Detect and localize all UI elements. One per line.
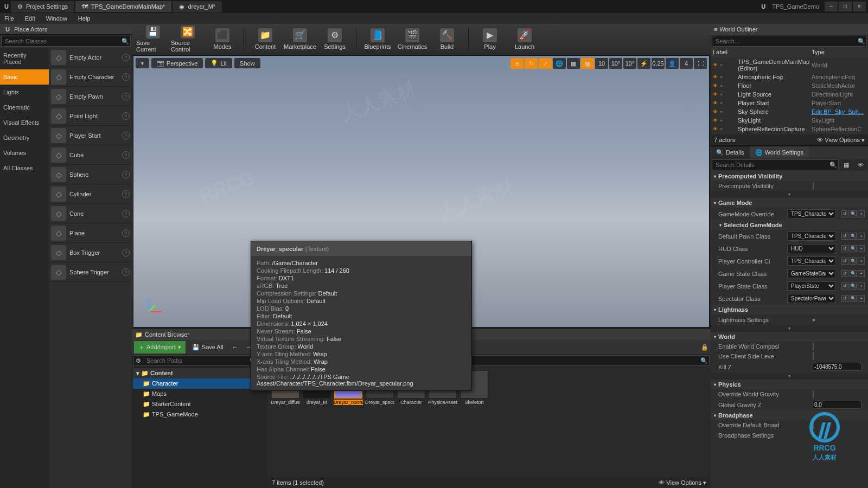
reset-icon[interactable]: ↺ [841,233,848,240]
browse-icon[interactable]: 🔍 [850,282,857,290]
outliner-row[interactable]: 👁▫SkyLightSkyLight [711,116,868,125]
visibility-icon[interactable]: 👁 [713,100,720,106]
checkbox[interactable] [813,352,814,360]
viewport-perspective-button[interactable]: 📷Perspective [151,58,203,68]
place-item-point-light[interactable]: ◇Point Light? [49,106,132,126]
tab-world-settings[interactable]: 🌐World Settings [750,146,809,158]
place-item-empty-actor[interactable]: ◇Empty Actor? [49,48,132,67]
browse-icon[interactable]: 🔍 [850,270,857,277]
menu-help[interactable]: Help [76,14,93,23]
tab-main-map[interactable]: 🗺TPS_GameDemoMainMap* [75,1,171,12]
reset-icon[interactable]: ↺ [841,210,848,217]
toolbar-build-button[interactable]: 🔨Build [430,25,464,53]
toolbar-content-button[interactable]: 📁Content [248,25,282,53]
browse-icon[interactable]: 🔍 [850,245,857,252]
toolbar-play-button[interactable]: ▶Play [473,25,507,53]
viewport-tool-12[interactable]: 4 [680,58,693,69]
tree-item-content[interactable]: ▾ 📁 Content [133,368,266,378]
section-lightmass[interactable]: Lightmass [711,305,868,314]
expand-toggle[interactable]: ▾ [711,191,868,198]
visibility-icon[interactable]: 👁 [713,126,720,132]
outliner-view-options[interactable]: 👁 View Options ▾ [817,137,865,144]
dropdown[interactable]: SpectatorPawn [787,294,836,303]
dropdown[interactable]: HUD [787,244,836,253]
viewport-tool-10[interactable]: 0.25 [652,58,665,69]
viewport-tool-11[interactable]: 👤 [666,58,679,69]
save-all-button[interactable]: 💾Save All [189,342,227,353]
add-icon[interactable]: + [858,210,865,217]
reset-icon[interactable]: ↺ [841,245,848,252]
add-icon[interactable]: + [858,245,865,252]
section-physics[interactable]: Physics [711,380,868,389]
number-input[interactable] [813,401,861,409]
browse-icon[interactable]: 🔍 [850,258,857,265]
dropdown[interactable]: GameStateBase [787,269,836,278]
info-icon[interactable]: ? [122,190,130,198]
tab-material[interactable]: ◉dreyar_M* [173,1,222,12]
menu-edit[interactable]: Edit [23,14,37,23]
eye-icon[interactable]: 👁 [854,159,867,170]
info-icon[interactable]: ? [122,171,130,178]
add-icon[interactable]: + [858,233,865,240]
info-icon[interactable]: ? [122,268,130,276]
checkbox[interactable] [813,182,814,190]
viewport-tool-13[interactable]: ⛶ [694,58,707,69]
add-icon[interactable]: + [858,282,865,290]
checkbox[interactable] [813,421,814,429]
place-item-cylinder[interactable]: ◇Cylinder? [49,184,132,204]
viewport-show-button[interactable]: Show [234,58,260,68]
visibility-icon[interactable]: 👁 [713,74,720,80]
place-category-all-classes[interactable]: All Classes [0,160,49,176]
number-input[interactable] [813,363,861,371]
outliner-row[interactable]: 👁▫TPS_GameDemoMainMap (Editor)World [711,57,868,73]
place-item-plane[interactable]: ◇Plane? [49,223,132,243]
reset-icon[interactable]: ↺ [841,282,848,290]
toolbar-marketplace-button[interactable]: 🛒Marketplace [283,25,317,53]
info-icon[interactable]: ? [122,54,130,61]
expand-toggle[interactable]: ▾ [711,373,868,380]
toolbar-settings-button[interactable]: ⚙Settings [318,25,352,53]
maximize-button[interactable]: □ [839,2,852,11]
outliner-row[interactable]: 👁▫Sky SphereEdit BP_Sky_Sph... [711,107,868,116]
reset-icon[interactable]: ↺ [841,258,848,265]
place-item-empty-character[interactable]: ◇Empty Character? [49,67,132,87]
outliner-row[interactable]: 👁▫Atmospheric FogAtmosphericFog [711,73,868,81]
viewport-tool-5[interactable]: ▦ [581,58,594,69]
dropdown[interactable]: TPS_CharacterGame [787,209,836,219]
viewport-tool-7[interactable]: 10° [609,58,622,69]
reset-icon[interactable]: ↺ [841,295,848,302]
viewport-tool-8[interactable]: 10° [623,58,636,69]
section-broadphase[interactable]: Broadphase [711,410,868,420]
place-category-geometry[interactable]: Geometry [0,130,49,145]
place-item-sphere[interactable]: ◇Sphere? [49,165,132,184]
info-icon[interactable]: ? [122,151,130,159]
place-item-sphere-trigger[interactable]: ◇Sphere Trigger? [49,262,132,282]
toolbar-save-current-button[interactable]: 💾Save Current [136,25,170,53]
filter-icon[interactable]: ⚙ [133,357,143,364]
tree-item-startercontent[interactable]: 📁 StarterContent [133,399,266,409]
add-icon[interactable]: + [858,258,865,265]
add-icon[interactable]: + [858,295,865,302]
browse-icon[interactable]: 🔍 [850,295,857,302]
section-game-mode[interactable]: Game Mode [711,198,868,208]
outliner-row[interactable]: 👁▫FloorStaticMeshActor [711,81,868,90]
place-item-cone[interactable]: ◇Cone? [49,204,132,223]
view-options-button[interactable]: 👁 View Options ▾ [659,479,706,486]
place-item-cube[interactable]: ◇Cube? [49,145,132,165]
info-icon[interactable]: ? [122,132,130,139]
dropdown[interactable]: TPS_Character [787,232,836,241]
minimize-button[interactable]: – [825,2,838,11]
viewport-tool-9[interactable]: ⚡ [637,58,650,69]
toolbar-modes-button[interactable]: ⬛Modes [206,25,239,53]
viewport-tool-4[interactable]: ▦ [567,58,580,69]
place-category-visual-effects[interactable]: Visual Effects [0,115,49,130]
place-category-volumes[interactable]: Volumes [0,145,49,160]
viewport-tool-6[interactable]: 10 [595,58,608,69]
tree-item-tps_gamemode[interactable]: 📁 TPS_GameMode [133,409,266,420]
tab-details[interactable]: 🔍Details [711,146,750,158]
nav-back-button[interactable]: ← [230,344,240,350]
info-icon[interactable]: ? [122,112,130,120]
checkbox[interactable] [813,390,814,398]
toolbar-launch-button[interactable]: 🚀Launch [508,25,541,53]
section-precomputed-visibility[interactable]: Precomputed Visibility [711,171,868,181]
